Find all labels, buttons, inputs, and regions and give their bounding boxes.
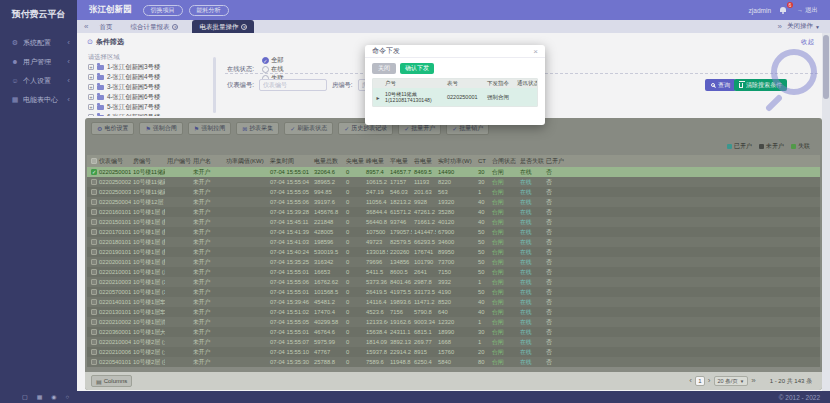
search-button[interactable]: 查询 [705, 79, 736, 91]
toolbar-price-setting[interactable]: ⚙电价设置 [91, 122, 134, 135]
dialog-table-row[interactable]: ▸ 10号楼11储藏 1(12108174130148) 0220250001 … [373, 88, 537, 106]
close-operations-dropdown[interactable]: 关闭操作 ▼ [787, 22, 820, 31]
last-page-icon[interactable]: » [751, 376, 755, 386]
table-cell: 8957.4 [364, 169, 388, 175]
table-cell: 07-04 15:39:28 [268, 209, 312, 215]
table-row[interactable]: 022025000310号楼11储藏3(未开户07-04 15:55:05994… [87, 187, 820, 197]
expand-icon[interactable]: + [88, 114, 94, 116]
current-page[interactable]: 1 [695, 376, 705, 386]
toolbar-label: 强制拉闸 [201, 124, 225, 133]
table-row[interactable]: 022025000410号楼12层 (总未开户07-04 15:55:06391… [87, 197, 820, 207]
tab-metering-report[interactable]: 综合计量报表× [126, 20, 182, 33]
tabs-scroll-left-icon[interactable]: « [84, 20, 88, 33]
table-cell: 在线 [518, 288, 544, 297]
window-icon[interactable]: ▢ [22, 391, 28, 403]
table-row[interactable]: 022057000110号楼1层 (19未开户07-04 15:55:01101… [87, 287, 820, 297]
dialog-buttons: 关闭 确认下发 [365, 58, 545, 77]
table-row[interactable]: 022054010110号楼2层 (美未开户07-04 15:35:302578… [87, 357, 820, 367]
table-row[interactable]: 022021000310号楼1层 (1E未开户07-04 15:55:06167… [87, 277, 820, 287]
table-cell: 1668 [436, 339, 476, 345]
switch-project-button[interactable]: 切换项目 [143, 5, 183, 16]
tree-node[interactable]: +5-张江创新园7号楼 [88, 102, 210, 112]
meter-no-input[interactable] [259, 79, 327, 91]
tree-node-label: 1-张江创新园3号楼 [107, 63, 160, 72]
table-row[interactable]: 022014010110号楼1层车库未开户07-04 15:39:4645481… [87, 297, 820, 307]
table-cell: 39197.6 [312, 199, 344, 205]
table-cell: 8401.46 [388, 279, 412, 285]
toolbar-meter-reading[interactable]: ⊠抄表采集 [236, 122, 279, 135]
table-cell: 14657.7 [388, 169, 412, 175]
sidebar-item-system-config[interactable]: ⚙系统配置‹ [0, 33, 77, 52]
power-icon[interactable]: ○ [66, 391, 70, 403]
scan-icon: ⊠ [242, 125, 247, 132]
scrollbar[interactable] [822, 33, 830, 391]
tree-node[interactable]: +2-张江创新园4号楼 [88, 72, 210, 82]
table-cell: 5411.5 [364, 269, 388, 275]
next-page-icon[interactable]: › [708, 376, 711, 386]
table-row[interactable]: 022018010110号楼1层 (配未开户07-04 15:41:031985… [87, 237, 820, 247]
folder-icon [97, 75, 104, 80]
table-cell: 10号楼1层 (配 [131, 258, 165, 267]
sidebar-item-user-management[interactable]: ☻用户管理‹ [0, 52, 77, 71]
expand-icon[interactable]: + [88, 64, 94, 70]
expand-icon[interactable]: + [88, 74, 94, 80]
table-row[interactable]: 022021000110号楼1层 (总未开户07-04 15:55:011665… [87, 267, 820, 277]
table-row[interactable]: 022016010110号楼1层 (配未开户07-04 15:39:281456… [87, 207, 820, 217]
table-row[interactable]: ✓022025000110号楼11储藏1(未开户07-04 15:55:0132… [87, 167, 820, 177]
table-row[interactable]: 022017010110号楼1层 (配未开户07-04 15:41:394280… [87, 227, 820, 237]
toolbar-force-close-switch[interactable]: ⚑强制合闸 [139, 122, 182, 135]
confirm-dispatch-button[interactable]: 确认下发 [400, 63, 434, 74]
table-cell: 未开户 [191, 198, 224, 207]
table-row[interactable]: 022019010110号楼1层 (配未开户07-04 15:40:245300… [87, 247, 820, 257]
gear-icon: ⚙ [11, 39, 19, 47]
page-size-select[interactable]: 20 条/页 ▼ [714, 376, 749, 386]
username[interactable]: zjadmin [749, 7, 771, 14]
scrollbar-thumb[interactable] [823, 35, 829, 99]
sidebar-item-personal-settings[interactable]: ☺个人设置‹ [0, 71, 77, 90]
expand-icon[interactable]: + [88, 104, 94, 110]
table-row[interactable]: 022021000610号楼2层 (北未开户07-04 15:55:104776… [87, 347, 820, 357]
tree-node[interactable]: +4-张江创新园6号楼 [88, 92, 210, 102]
energy-analysis-button[interactable]: 能耗分析 [189, 5, 229, 16]
collapse-link[interactable]: 收起 [801, 38, 814, 47]
dialog-close-icon[interactable]: × [533, 47, 538, 56]
dialog-close-button[interactable]: 关闭 [372, 63, 396, 74]
prev-page-icon[interactable]: ‹ [689, 376, 692, 386]
table-row[interactable]: 022015010110号楼1层 (配未开户07-04 15:45:112218… [87, 217, 820, 227]
sidebar-item-meter-center[interactable]: ▦电能表中心‹ [0, 90, 77, 109]
table-cell: 0220250001 [97, 169, 131, 175]
table-cell: 269.77 [412, 339, 436, 345]
tree-node[interactable]: +3-张江创新园5号楼 [88, 82, 210, 92]
columns-label: Columns [104, 378, 128, 384]
expand-icon[interactable]: + [88, 94, 94, 100]
expand-arrow-icon[interactable]: ▸ [373, 94, 383, 101]
toolbar-force-open-switch[interactable]: ⚑强制拉闸 [188, 122, 231, 135]
columns-button[interactable]: ▤ Columns [91, 375, 132, 387]
expand-icon[interactable]: + [88, 84, 94, 90]
table-row[interactable]: 022025000210号楼11储藏2(未开户07-04 15:55:04389… [87, 177, 820, 187]
grid-icon[interactable]: ▦ [37, 391, 43, 403]
table-row[interactable]: 022021000410号楼2层 (北未开户07-04 15:55:075975… [87, 337, 820, 347]
trash-icon [739, 83, 743, 88]
table-row[interactable]: 022036000110号楼1层大厅未开户07-04 15:55:0146764… [87, 327, 820, 337]
tree-node[interactable]: +6-张江创新园8号楼 [88, 112, 210, 116]
toolbar-refresh-meter-status[interactable]: ✓刷新表状态 [284, 122, 333, 135]
tab-home[interactable]: 首页 [95, 20, 116, 33]
record-icon[interactable]: ◉ [51, 391, 56, 403]
table-row[interactable]: 022013010110号楼1层车库未开户07-04 15:51:0217470… [87, 307, 820, 317]
table-cell: 合闸 [490, 208, 518, 217]
tree-node[interactable]: +1-张江创新园3号楼 [88, 62, 210, 72]
tabs-scroll-right-icon[interactable]: » [778, 20, 782, 33]
tab-close-icon[interactable]: × [172, 24, 178, 30]
account-cell: 10号楼11储藏 1(12108174130148) [383, 91, 445, 103]
notifications-button[interactable]: 6 [780, 6, 788, 14]
column-header: 功率阈值(KW) [224, 157, 268, 166]
table-cell: 0220180101 [97, 239, 131, 245]
logout-button[interactable]: → 退出 [797, 6, 818, 15]
table-cell: 428005 [312, 229, 344, 235]
tab-meter-batch-ops[interactable]: 电表批量操作× [192, 20, 254, 33]
status-radio[interactable]: ✓全部 [262, 56, 284, 65]
table-row[interactable]: 022020010110号楼1层 (配未开户07-04 15:35:253163… [87, 257, 820, 267]
tab-close-icon[interactable]: × [241, 24, 247, 30]
table-row[interactable]: 022021000210号楼1层消防未开户07-04 15:55:0540299… [87, 317, 820, 327]
